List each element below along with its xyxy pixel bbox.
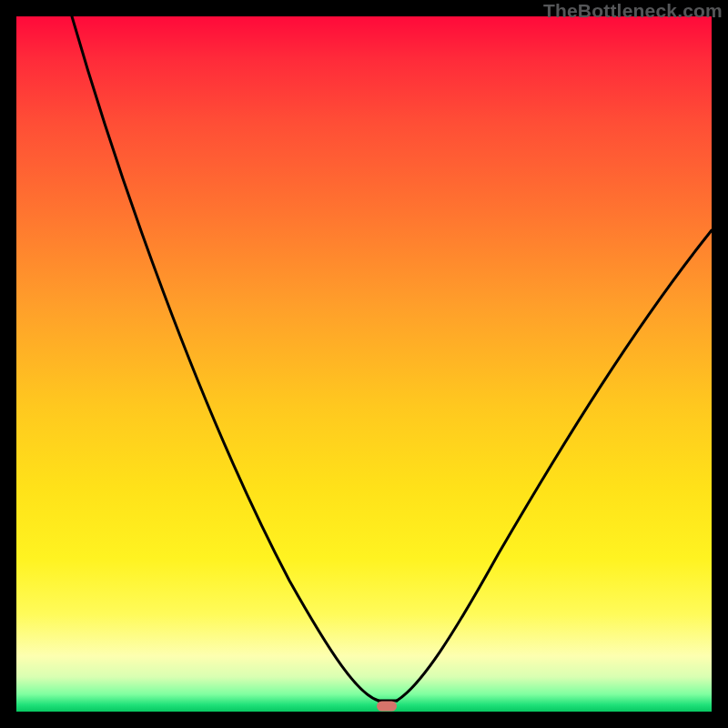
bottleneck-curve: [16, 16, 712, 712]
optimal-point-marker: [377, 701, 397, 711]
watermark-text: TheBottleneck.com: [543, 0, 723, 22]
chart-frame: [16, 16, 712, 712]
plot-area: [16, 16, 712, 712]
